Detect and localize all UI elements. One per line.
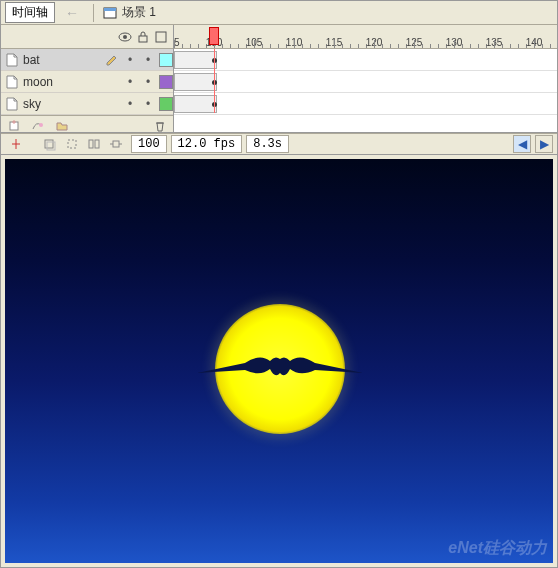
- layer-row-moon[interactable]: moon••: [1, 71, 173, 93]
- layer-name-label: bat: [23, 53, 101, 67]
- onion-skin-outlines-icon[interactable]: [63, 135, 81, 153]
- track-row-bat[interactable]: [174, 49, 557, 71]
- svg-point-9: [39, 123, 43, 127]
- layer-row-bat[interactable]: bat••: [1, 49, 173, 71]
- svg-rect-1: [104, 8, 116, 11]
- lock-dot[interactable]: •: [141, 53, 155, 67]
- scene-label: 场景 1: [122, 4, 156, 21]
- svg-rect-14: [47, 142, 55, 150]
- visibility-dot[interactable]: •: [123, 97, 137, 111]
- pencil-icon: [105, 53, 119, 67]
- frame-ruler[interactable]: 95100105110115120125130135140: [174, 25, 557, 49]
- outline-square-icon[interactable]: [153, 29, 169, 45]
- divider: [93, 4, 94, 22]
- scene-icon[interactable]: [102, 5, 118, 21]
- elapsed-time-field: 8.3s: [246, 135, 289, 153]
- track-row-moon[interactable]: [174, 71, 557, 93]
- frame-rate-field: 12.0 fps: [171, 135, 243, 153]
- layer-page-icon: [5, 97, 19, 111]
- stage-wrapper: eNet硅谷动力: [1, 155, 557, 567]
- svg-rect-5: [156, 32, 166, 42]
- layer-page-icon: [5, 75, 19, 89]
- edit-multiple-frames-icon[interactable]: [85, 135, 103, 153]
- outline-color-swatch[interactable]: [159, 53, 173, 67]
- center-frame-icon[interactable]: [7, 135, 25, 153]
- visibility-dot[interactable]: •: [123, 75, 137, 89]
- layer-name-label: sky: [23, 97, 119, 111]
- svg-rect-15: [68, 140, 76, 148]
- layer-name-label: moon: [23, 75, 119, 89]
- tracks-column[interactable]: 95100105110115120125130135140: [173, 25, 557, 132]
- tracks[interactable]: [174, 49, 557, 115]
- current-frame-field: 100: [131, 135, 167, 153]
- add-motion-guide-icon[interactable]: [29, 117, 47, 135]
- svg-rect-17: [95, 140, 99, 148]
- lock-dot[interactable]: •: [141, 75, 155, 89]
- stage[interactable]: eNet硅谷动力: [5, 159, 553, 563]
- delete-layer-icon[interactable]: [151, 117, 169, 135]
- outline-color-swatch[interactable]: [159, 75, 173, 89]
- back-arrow-icon[interactable]: ←: [59, 5, 85, 21]
- watermark: eNet硅谷动力: [448, 538, 547, 559]
- top-bar: 时间轴 ← 场景 1: [1, 1, 557, 25]
- layer-row-sky[interactable]: sky••: [1, 93, 173, 115]
- layers-header: [1, 25, 173, 49]
- layer-page-icon: [5, 53, 19, 67]
- lock-dot[interactable]: •: [141, 97, 155, 111]
- lock-icon[interactable]: [135, 29, 151, 45]
- modify-onion-markers-icon[interactable]: [107, 135, 125, 153]
- svg-rect-16: [89, 140, 93, 148]
- scroll-left-button[interactable]: ◀: [513, 135, 531, 153]
- track-row-sky[interactable]: [174, 93, 557, 115]
- bat-symbol[interactable]: [195, 353, 365, 389]
- svg-rect-18: [113, 141, 119, 147]
- scroll-right-button[interactable]: ▶: [535, 135, 553, 153]
- outline-color-swatch[interactable]: [159, 97, 173, 111]
- playhead-line: [214, 49, 215, 113]
- timeline-panel: bat••moon••sky•• 95100105110115120125130…: [1, 25, 557, 133]
- timeline-status-bar: 100 12.0 fps 8.3s ◀ ▶: [1, 133, 557, 155]
- layers-column: bat••moon••sky••: [1, 25, 173, 132]
- visibility-dot[interactable]: •: [123, 53, 137, 67]
- layers-footer: [1, 115, 173, 135]
- svg-point-3: [123, 35, 127, 39]
- frame-span[interactable]: [174, 73, 217, 91]
- add-folder-icon[interactable]: [53, 117, 71, 135]
- svg-rect-13: [45, 140, 53, 148]
- eye-icon[interactable]: [117, 29, 133, 45]
- svg-rect-4: [139, 36, 147, 42]
- timeline-tab-button[interactable]: 时间轴: [5, 2, 55, 23]
- frame-span[interactable]: [174, 95, 217, 113]
- add-layer-icon[interactable]: [5, 117, 23, 135]
- layers-list: bat••moon••sky••: [1, 49, 173, 115]
- onion-skin-icon[interactable]: [41, 135, 59, 153]
- frame-span[interactable]: [174, 51, 217, 69]
